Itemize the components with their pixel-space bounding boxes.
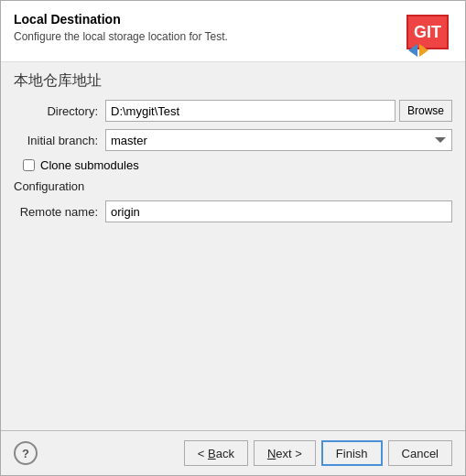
dialog-title: Local Destination — [14, 12, 394, 27]
next-button[interactable]: Next > — [254, 440, 316, 466]
dialog-subtitle: Configure the local storage location for… — [14, 30, 394, 43]
branch-label: Initial branch: — [14, 134, 105, 147]
arrow-right-icon — [419, 44, 428, 57]
configuration-label: Configuration — [14, 179, 452, 193]
clone-submodules-row: Clone submodules — [23, 158, 452, 172]
header: Local Destination Configure the local st… — [1, 1, 465, 62]
branch-field: master — [105, 129, 452, 151]
branch-row: Initial branch: master — [14, 129, 452, 151]
footer-right: < Back Next > Finish Cancel — [184, 440, 452, 466]
directory-field: Browse — [105, 100, 452, 122]
back-button[interactable]: < Back — [184, 440, 248, 466]
remote-name-label: Remote name: — [14, 205, 105, 219]
footer: ? < Back Next > Finish Cancel — [1, 430, 465, 475]
cancel-button[interactable]: Cancel — [388, 440, 452, 466]
clone-submodules-label[interactable]: Clone submodules — [40, 158, 139, 172]
directory-input[interactable] — [105, 100, 396, 122]
help-button[interactable]: ? — [14, 441, 38, 465]
dialog: Local Destination Configure the local st… — [0, 0, 466, 476]
browse-button[interactable]: Browse — [399, 100, 452, 122]
content-area: 本地仓库地址 Directory: Browse Initial branch:… — [1, 62, 465, 430]
finish-button[interactable]: Finish — [321, 440, 383, 466]
section-title: 本地仓库地址 — [14, 71, 452, 91]
remote-name-row: Remote name: — [14, 200, 452, 222]
directory-row: Directory: Browse — [14, 100, 452, 122]
clone-submodules-checkbox[interactable] — [23, 159, 35, 171]
footer-left: ? — [14, 441, 38, 465]
remote-name-field — [105, 200, 452, 222]
directory-label: Directory: — [14, 104, 105, 118]
header-text: Local Destination Configure the local st… — [14, 12, 394, 43]
arrow-left-icon — [408, 44, 417, 57]
git-icon: GIT — [403, 12, 452, 52]
branch-select[interactable]: master — [105, 129, 452, 151]
remote-name-input[interactable] — [105, 200, 452, 222]
